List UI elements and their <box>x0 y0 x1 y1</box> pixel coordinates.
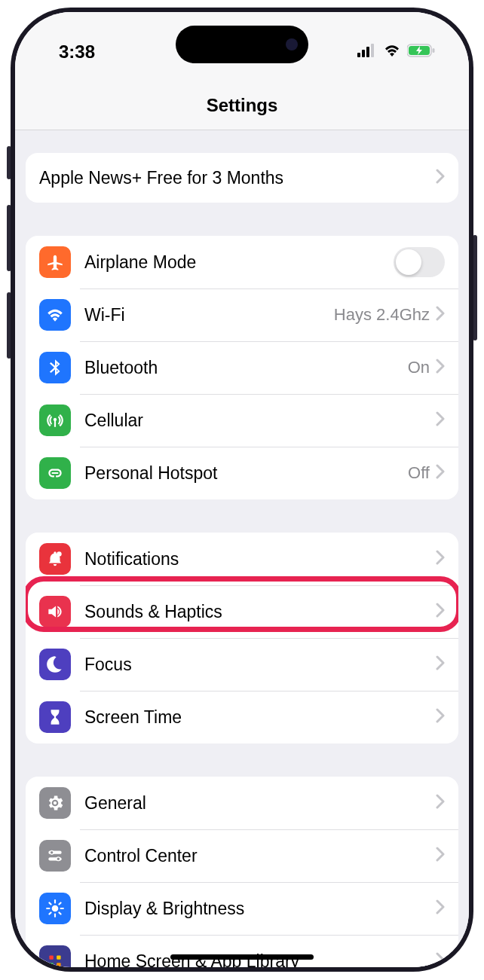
gear-icon <box>39 787 71 819</box>
wifi-value: Hays 2.4Ghz <box>334 305 430 325</box>
screen-time-row[interactable]: Screen Time <box>26 691 458 743</box>
svg-line-20 <box>59 902 60 904</box>
bluetooth-icon <box>39 352 71 383</box>
cellular-row[interactable]: Cellular <box>26 394 458 447</box>
hotspot-value: Off <box>408 463 430 483</box>
chevron-right-icon <box>436 655 445 673</box>
display-label: Display & Brightness <box>84 899 436 919</box>
promo-label: Apple News+ Free for 3 Months <box>39 168 436 188</box>
svg-line-19 <box>49 912 51 914</box>
antenna-icon <box>39 405 71 436</box>
focus-label: Focus <box>84 655 436 675</box>
svg-rect-24 <box>57 963 60 966</box>
svg-line-17 <box>49 902 51 904</box>
wifi-settings-icon <box>39 299 71 331</box>
page-title: Settings <box>15 77 469 130</box>
wifi-icon <box>383 44 401 60</box>
bluetooth-label: Bluetooth <box>84 358 408 378</box>
airplane-mode-row[interactable]: Airplane Mode <box>26 236 458 289</box>
hotspot-row[interactable]: Personal Hotspot Off <box>26 447 458 499</box>
bell-icon <box>39 543 71 575</box>
link-icon <box>39 457 71 489</box>
svg-rect-22 <box>57 955 60 959</box>
control-center-label: Control Center <box>84 846 436 866</box>
wifi-row[interactable]: Wi-Fi Hays 2.4Ghz <box>26 289 458 341</box>
chevron-right-icon <box>436 794 445 812</box>
svg-rect-2 <box>366 47 369 57</box>
hotspot-label: Personal Hotspot <box>84 463 408 484</box>
airplane-mode-switch[interactable] <box>394 247 445 277</box>
hourglass-icon <box>39 701 71 733</box>
chevron-right-icon <box>436 550 445 568</box>
cellular-label: Cellular <box>84 411 436 431</box>
chevron-right-icon <box>436 411 445 429</box>
speaker-icon <box>39 596 71 627</box>
phone-frame: 3:38 Settings Apple News+ Free for 3 Mon… <box>11 8 473 972</box>
status-time: 3:38 <box>59 41 95 63</box>
chevron-right-icon <box>436 603 445 621</box>
svg-point-12 <box>52 905 59 912</box>
screen: 3:38 Settings Apple News+ Free for 3 Mon… <box>15 12 469 967</box>
dynamic-island <box>176 26 308 63</box>
chevron-right-icon <box>436 359 445 377</box>
chevron-right-icon <box>436 899 445 917</box>
focus-row[interactable]: Focus <box>26 638 458 691</box>
bluetooth-value: On <box>408 358 430 377</box>
bluetooth-row[interactable]: Bluetooth On <box>26 341 458 394</box>
apple-news-promo-row[interactable]: Apple News+ Free for 3 Months <box>26 153 458 203</box>
svg-point-9 <box>50 850 54 854</box>
connectivity-group: Airplane Mode Wi-Fi Hays 2.4Ghz Bluetoot… <box>26 236 458 499</box>
moon-icon <box>39 649 71 680</box>
svg-point-11 <box>57 857 60 861</box>
svg-rect-6 <box>433 48 435 53</box>
svg-point-7 <box>57 551 62 557</box>
svg-line-18 <box>59 912 60 914</box>
sounds-haptics-row[interactable]: Sounds & Haptics <box>26 585 458 638</box>
sounds-label: Sounds & Haptics <box>84 602 436 622</box>
chevron-right-icon <box>436 306 445 324</box>
sliders-icon <box>39 840 71 872</box>
svg-rect-21 <box>49 955 53 959</box>
chevron-right-icon <box>436 952 445 967</box>
notifications-row[interactable]: Notifications <box>26 533 458 585</box>
airplane-icon <box>39 246 71 278</box>
home-screen-row[interactable]: Home Screen & App Library <box>26 935 458 967</box>
svg-rect-0 <box>357 53 360 57</box>
chevron-right-icon <box>436 847 445 865</box>
notifications-label: Notifications <box>84 549 436 569</box>
camera-dot <box>286 38 298 50</box>
general-row[interactable]: General <box>26 777 458 829</box>
home-indicator[interactable] <box>170 954 314 960</box>
general-label: General <box>84 793 436 814</box>
svg-rect-23 <box>49 963 53 966</box>
cellular-signal-icon <box>357 44 377 60</box>
battery-charging-icon <box>407 44 436 60</box>
airplane-label: Airplane Mode <box>84 252 394 273</box>
svg-rect-3 <box>371 44 374 57</box>
screentime-label: Screen Time <box>84 707 436 728</box>
general-group: General Control Center Display & Brightn… <box>26 777 458 967</box>
svg-rect-1 <box>362 50 365 57</box>
display-brightness-row[interactable]: Display & Brightness <box>26 882 458 935</box>
control-center-row[interactable]: Control Center <box>26 829 458 882</box>
sun-icon <box>39 893 71 924</box>
settings-scroll[interactable]: Apple News+ Free for 3 Months Airplane M… <box>15 130 469 967</box>
wifi-label: Wi-Fi <box>84 305 334 325</box>
grid-icon <box>39 945 71 967</box>
promo-group: Apple News+ Free for 3 Months <box>26 153 458 203</box>
chevron-right-icon <box>436 708 445 726</box>
chevron-right-icon <box>436 169 445 187</box>
chevron-right-icon <box>436 464 445 482</box>
alerts-group: Notifications Sounds & Haptics Focus <box>26 533 458 743</box>
